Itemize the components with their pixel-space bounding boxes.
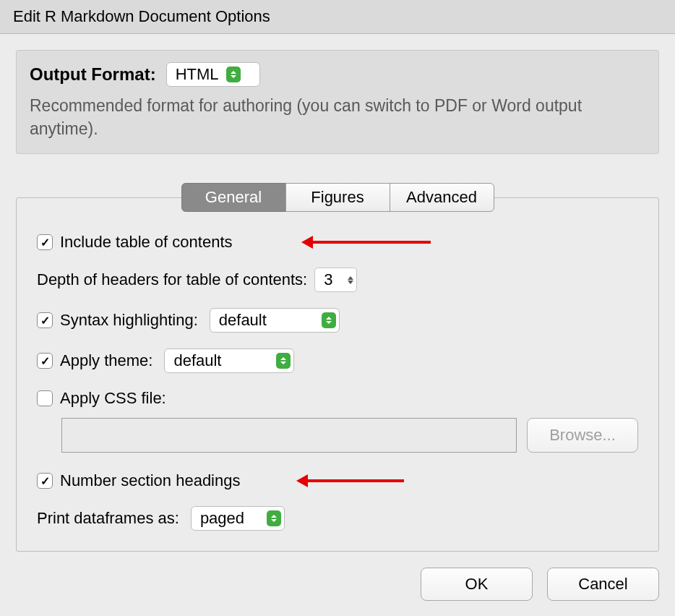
apply-css-checkbox[interactable] [37, 390, 53, 406]
annotation-arrow-icon [306, 479, 404, 482]
apply-theme-label: Apply theme: [60, 351, 152, 370]
output-format-panel: Output Format: HTML Recommended format f… [16, 50, 659, 154]
ok-button[interactable]: OK [421, 568, 533, 601]
print-dataframes-value: paged [200, 509, 244, 528]
row-toc-depth: Depth of headers for table of contents: … [37, 268, 638, 292]
css-path-input[interactable] [61, 418, 517, 453]
row-syntax-highlighting: Syntax highlighting: default [37, 308, 638, 333]
toc-depth-label: Depth of headers for table of contents: [37, 270, 307, 289]
output-format-label: Output Format: [30, 64, 156, 85]
dialog-content: Output Format: HTML Recommended format f… [0, 34, 675, 616]
tab-bar: General Figures Advanced [16, 183, 659, 212]
include-toc-checkbox[interactable] [37, 234, 53, 250]
dialog-footer: OK Cancel [16, 568, 659, 601]
browse-button[interactable]: Browse... [527, 418, 638, 453]
toc-depth-stepper[interactable]: 3 [314, 268, 356, 292]
stepper-icon [348, 276, 353, 284]
toc-depth-value: 3 [324, 270, 332, 289]
dialog-title-bar: Edit R Markdown Document Options [0, 0, 675, 34]
dropdown-icon [226, 67, 241, 82]
row-apply-theme: Apply theme: default [37, 348, 638, 373]
dropdown-icon [276, 353, 291, 369]
print-dataframes-label: Print dataframes as: [37, 509, 179, 528]
output-format-select[interactable]: HTML [166, 62, 260, 87]
output-format-value: HTML [176, 65, 219, 84]
output-format-description: Recommended format for authoring (you ca… [30, 94, 645, 140]
dropdown-icon [322, 312, 336, 328]
apply-theme-select[interactable]: default [164, 348, 294, 373]
apply-theme-checkbox[interactable] [37, 353, 53, 369]
tabs-container: General Figures Advanced Include table o… [16, 183, 659, 552]
row-number-sections: Number section headings [37, 471, 638, 490]
annotation-arrow-icon [311, 241, 431, 244]
syntax-highlighting-label: Syntax highlighting: [60, 311, 198, 330]
apply-theme-value: default [173, 351, 221, 370]
syntax-highlighting-value: default [219, 311, 267, 330]
tab-figures[interactable]: Figures [285, 183, 390, 212]
number-sections-checkbox[interactable] [37, 473, 53, 489]
row-print-dataframes: Print dataframes as: paged [37, 506, 638, 531]
tab-general[interactable]: General [181, 183, 286, 212]
general-panel: Include table of contents Depth of heade… [16, 197, 659, 552]
row-apply-css: Apply CSS file: [37, 389, 638, 408]
tab-advanced[interactable]: Advanced [390, 183, 494, 212]
row-css-path: Browse... [61, 418, 638, 453]
dialog-title: Edit R Markdown Document Options [13, 7, 270, 25]
syntax-highlighting-checkbox[interactable] [37, 312, 53, 328]
dropdown-icon [267, 510, 281, 526]
print-dataframes-select[interactable]: paged [191, 506, 285, 531]
include-toc-label: Include table of contents [60, 233, 233, 252]
row-include-toc: Include table of contents [37, 233, 638, 252]
apply-css-label: Apply CSS file: [60, 389, 166, 408]
cancel-button[interactable]: Cancel [547, 568, 659, 601]
number-sections-label: Number section headings [60, 471, 240, 490]
syntax-highlighting-select[interactable]: default [210, 308, 340, 333]
